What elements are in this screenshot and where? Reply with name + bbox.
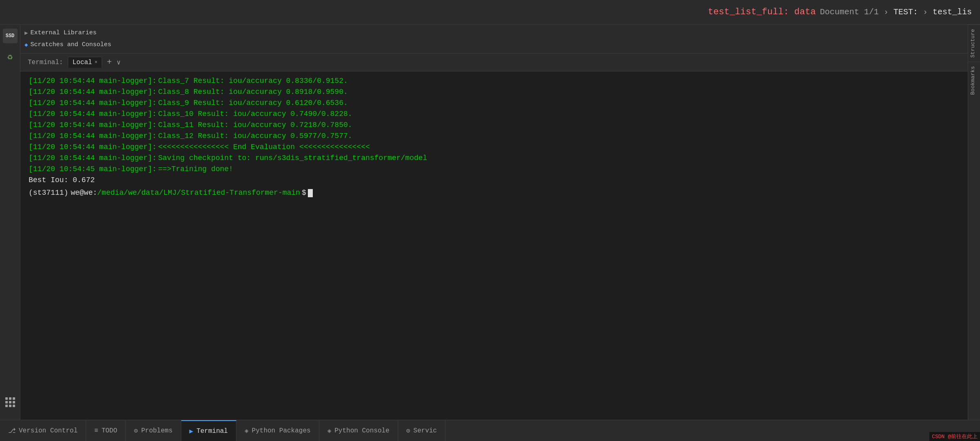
log-line-5: [11/20 10:54:44 main-logger]: Class_11 R… [29,120,960,131]
prompt-line[interactable]: (st37111) we@we: /media/we/data/LMJ/Stra… [29,187,960,198]
log-line-7: [11/20 10:54:44 main-logger]: <<<<<<<<<<… [29,142,960,153]
log-text-1: Class_7 Result: iou/accuracy 0.8336/0.91… [158,76,347,87]
terminal-tab-label: Local [72,59,92,66]
best-iou-line: Best Iou: 0.672 [29,175,960,186]
terminal-add-button[interactable]: + [104,57,115,68]
main-layout: SSD ♻ ▶ External Libraries ◆ Scratches a… [0,24,980,420]
bottom-tab-problems[interactable]: ⊙ Problems [126,420,181,441]
log-ts-5: [11/20 10:54:44 main-logger]: [29,120,156,131]
watermark: CSDN @前往在此上 [929,432,980,441]
arrow-icon: ▶ [24,29,28,36]
center-content: ▶ External Libraries ◆ Scratches and Con… [20,24,968,420]
grid-icon[interactable] [3,395,18,410]
log-ts-8: [11/20 10:54:44 main-logger]: [29,153,156,164]
log-line-6: [11/20 10:54:44 main-logger]: Class_12 R… [29,131,960,142]
problems-icon: ⊙ [134,427,138,435]
header-right: test_list_full: data Document 1/1 › TEST… [708,7,972,17]
service-icon: ⊙ [406,427,410,435]
bottom-tab-python-packages[interactable]: ◈ Python Packages [236,420,319,441]
log-line-4: [11/20 10:54:44 main-logger]: Class_10 R… [29,109,960,120]
structure-tab[interactable]: Structure [968,24,980,62]
log-text-6: Class_12 Result: iou/accuracy 0.5977/0.7… [158,131,352,142]
side-tabs: Structure Bookmarks [968,24,980,420]
prompt-dollar: $ [302,187,306,198]
log-ts-2: [11/20 10:54:44 main-logger]: [29,87,156,98]
log-ts-1: [11/20 10:54:44 main-logger]: [29,76,156,87]
todo-label: TODO [102,427,117,434]
header-breadcrumb: Document 1/1 › TEST: › test_lis [820,7,972,17]
log-line-8: [11/20 10:54:44 main-logger]: Saving che… [29,153,960,164]
bottom-tab-todo[interactable]: ≡ TODO [86,420,126,441]
left-sidebar: SSD ♻ [0,24,20,420]
log-ts-6: [11/20 10:54:44 main-logger]: [29,131,156,142]
grid-dots [5,397,15,407]
log-text-4: Class_10 Result: iou/accuracy 0.7490/0.8… [158,109,352,120]
scratches-label: Scratches and Consoles [30,41,111,48]
log-text-7: <<<<<<<<<<<<<<<< End Evaluation <<<<<<<<… [158,142,370,153]
bottom-bar: ⎇ Version Control ≡ TODO ⊙ Problems ▶ Te… [0,420,980,441]
external-libraries-item[interactable]: ▶ External Libraries [20,27,968,39]
header-title: test_list_full: data [708,7,816,17]
recycle-icon[interactable]: ♻ [3,49,18,64]
terminal-icon: ▶ [189,427,194,435]
version-control-icon: ⎇ [8,427,16,435]
prompt-path: /media/we/data/LMJ/Stratified-Transforme… [97,187,300,198]
problems-label: Problems [141,427,173,434]
bottom-tab-service[interactable]: ⊙ Servic [398,420,445,441]
python-console-icon: ◈ [327,427,332,435]
bookmarks-tab[interactable]: Bookmarks [968,62,980,99]
terminal-dropdown-button[interactable]: ∨ [117,58,121,67]
log-text-5: Class_11 Result: iou/accuracy 0.7218/0.7… [158,120,352,131]
log-text-3: Class_9 Result: iou/accuracy 0.6120/0.65… [158,98,347,109]
top-header: test_list_full: data Document 1/1 › TEST… [0,0,980,24]
version-control-label: Version Control [19,427,78,434]
log-text-8: Saving checkpoint to: runs/s3dis_stratif… [158,153,427,164]
python-console-label: Python Console [334,427,389,434]
log-line-2: [11/20 10:54:44 main-logger]: Class_8 Re… [29,87,960,98]
bottom-tab-version-control[interactable]: ⎇ Version Control [0,420,86,441]
external-libraries-label: External Libraries [30,29,96,36]
prompt-user: we@we: [71,187,97,198]
log-text-2: Class_8 Result: iou/accuracy 0.8918/0.95… [158,87,347,98]
bottom-tab-python-console[interactable]: ◈ Python Console [319,420,398,441]
log-line-9: [11/20 10:54:45 main-logger]: ==>Trainin… [29,164,960,175]
terminal-tabs-bar: Terminal: Local × + ∨ [20,53,968,71]
bottom-tab-terminal[interactable]: ▶ Terminal [181,420,236,441]
terminal-tab-close-icon[interactable]: × [94,60,97,65]
log-text-9: ==>Training done! [158,164,233,175]
service-label: Servic [413,427,437,434]
todo-icon: ≡ [94,427,98,434]
project-panel: ▶ External Libraries ◆ Scratches and Con… [20,24,968,53]
scratches-icon: ◆ [24,41,28,48]
log-line-1: [11/20 10:54:44 main-logger]: Class_7 Re… [29,76,960,87]
terminal-local-tab[interactable]: Local × [68,57,102,68]
prompt-env: (st37111) [29,187,68,198]
terminal-cursor [308,189,313,197]
python-packages-icon: ◈ [245,427,249,435]
log-ts-3: [11/20 10:54:44 main-logger]: [29,98,156,109]
ssd-icon[interactable]: SSD [3,29,18,43]
python-packages-label: Python Packages [252,427,311,434]
scratches-item[interactable]: ◆ Scratches and Consoles [20,39,968,51]
best-iou-text: Best Iou: 0.672 [29,175,95,186]
terminal-output: [11/20 10:54:44 main-logger]: Class_7 Re… [20,71,968,420]
terminal-tab-bottom-label: Terminal [196,428,228,435]
log-ts-4: [11/20 10:54:44 main-logger]: [29,109,156,120]
log-ts-7: [11/20 10:54:44 main-logger]: [29,142,156,153]
log-line-3: [11/20 10:54:44 main-logger]: Class_9 Re… [29,98,960,109]
terminal-label: Terminal: [24,57,66,68]
log-ts-9: [11/20 10:54:45 main-logger]: [29,164,156,175]
